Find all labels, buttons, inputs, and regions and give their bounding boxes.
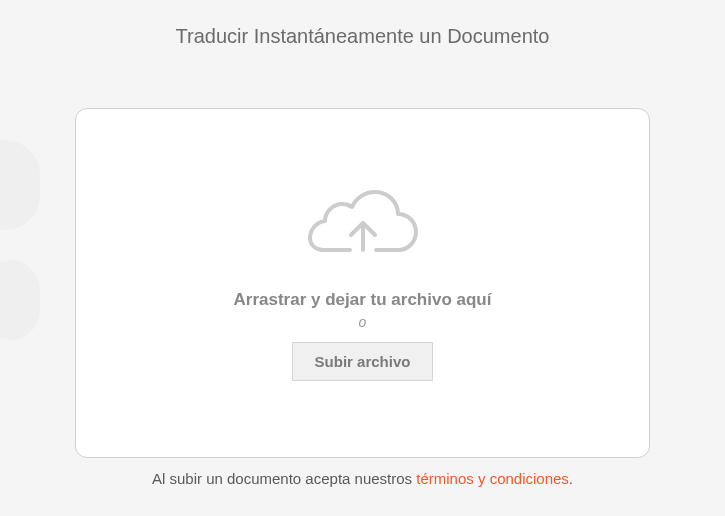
background-decoration — [0, 140, 40, 230]
drag-drop-text: Arrastrar y dejar tu archivo aquí — [234, 290, 492, 310]
terms-prefix: Al subir un documento acepta nuestros — [152, 470, 416, 487]
terms-and-conditions-link[interactable]: términos y condiciones — [416, 470, 569, 487]
cloud-upload-icon — [303, 185, 423, 265]
background-decoration — [0, 260, 40, 340]
upload-dropzone[interactable]: Arrastrar y dejar tu archivo aquí o Subi… — [75, 108, 650, 458]
terms-notice: Al subir un documento acepta nuestros té… — [0, 470, 725, 487]
page-title: Traducir Instantáneamente un Documento — [0, 0, 725, 48]
upload-file-button[interactable]: Subir archivo — [292, 342, 434, 381]
or-separator-text: o — [359, 314, 367, 330]
terms-suffix: . — [569, 470, 573, 487]
